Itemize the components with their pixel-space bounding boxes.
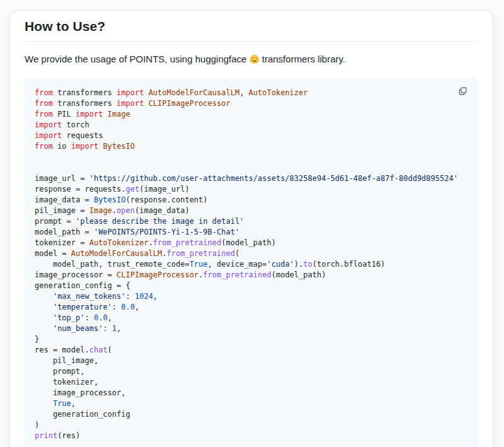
how-to-use-card: How to Use? We provide the usage of POIN… [9,10,493,447]
code-line: } [35,334,468,345]
code-line: import torch [35,120,468,131]
copy-icon [458,86,467,96]
code-line: import requests [35,131,468,141]
code-line: model_path, trust_remote_code=True, devi… [35,259,468,270]
code-line: from io import BytesIO [35,141,468,152]
code-line: pil_image = Image.open(image_data) [35,206,468,216]
code-line [35,152,468,163]
code-line: from transformers import AutoModelForCau… [35,88,468,98]
code-block: from transformers import AutoModelForCau… [25,78,478,447]
code-listing: from transformers import AutoModelForCau… [35,88,468,441]
code-line: generation_config = { [35,281,468,291]
code-line: image_processor = CLIPImageProcessor.fro… [35,270,468,281]
code-line: True, [35,398,468,409]
code-line: print(res) [35,431,468,441]
code-line: 'temperature': 0.0, [35,302,468,313]
code-line: prompt, [35,366,468,377]
code-line: from transformers import CLIPImageProces… [35,98,468,109]
code-line: 'num_beams': 1, [35,323,468,334]
intro-text-before: We provide the usage of POINTS, using hu… [25,54,249,64]
intro-text: We provide the usage of POINTS, using hu… [25,53,478,66]
code-line: 'top_p': 0.0, [35,313,468,323]
code-line: ) [35,420,468,431]
code-line: response = requests.get(image_url) [35,184,468,195]
code-line: model = AutoModelForCausalLM.from_pretra… [35,248,468,259]
code-line: prompt = 'please describe the image in d… [35,216,468,227]
code-line: generation_config [35,409,468,420]
intro-text-after: transformers library. [260,54,345,64]
code-line: from PIL import Image [35,109,468,120]
code-line: image_data = BytesIO(response.content) [35,195,468,206]
code-line: res = model.chat( [35,345,468,356]
hugging-face-emoji [249,54,260,64]
code-line: tokenizer = AutoTokenizer.from_pretraine… [35,238,468,248]
divider [25,41,478,42]
code-line: image_processor, [35,388,468,398]
code-line: model_path = 'WePOINTS/POINTS-Yi-1-5-9B-… [35,227,468,238]
copy-code-button[interactable] [455,84,469,98]
code-line: tokenizer, [35,377,468,388]
page-title: How to Use? [25,19,478,34]
code-line [35,163,468,173]
code-line: 'max_new_tokens': 1024, [35,291,468,302]
code-line: pil_image, [35,356,468,366]
code-line: image_url = 'https://github.com/user-att… [35,173,468,184]
